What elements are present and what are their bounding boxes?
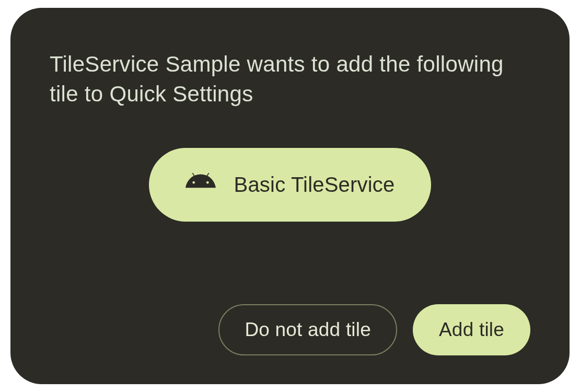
dialog-button-row: Do not add tile Add tile [50, 304, 530, 355]
tile-label: Basic TileService [234, 173, 395, 197]
android-icon [185, 173, 216, 197]
dialog-message: TileService Sample wants to add the foll… [50, 50, 530, 109]
add-tile-button[interactable]: Add tile [413, 304, 530, 355]
tile-preview: Basic TileService [149, 148, 432, 222]
do-not-add-tile-button[interactable]: Do not add tile [218, 304, 397, 355]
tile-preview-container: Basic TileService [50, 148, 530, 222]
add-tile-dialog: TileService Sample wants to add the foll… [10, 8, 570, 384]
